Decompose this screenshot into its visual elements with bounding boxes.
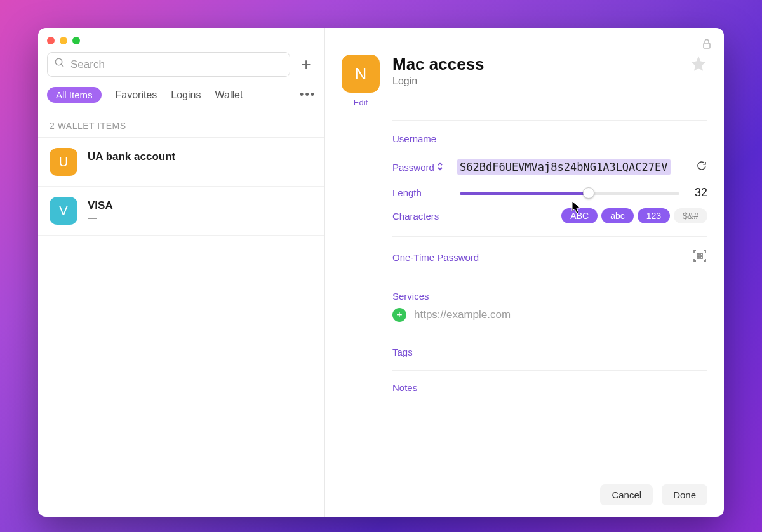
header-badge-col: N Edit <box>342 55 380 107</box>
length-label: Length <box>392 187 450 198</box>
svg-point-0 <box>55 58 62 65</box>
characters-label: Characters <box>392 211 450 222</box>
tab-logins[interactable]: Logins <box>171 90 201 101</box>
section-header: 2 WALLET ITEMS <box>38 112 324 138</box>
tab-favorites[interactable]: Favorites <box>116 90 157 101</box>
service-url-input[interactable]: https://example.com <box>414 309 511 321</box>
edit-icon-button[interactable]: Edit <box>354 98 368 107</box>
username-field[interactable]: Username <box>392 133 707 144</box>
detail-pane: N Edit Mac access Login Username Passwor… <box>325 28 724 517</box>
item-badge: U <box>50 148 77 176</box>
tags-section: Tags <box>392 335 707 357</box>
length-row: Length 32 <box>392 186 707 199</box>
item-icon[interactable]: N <box>342 55 380 93</box>
length-value: 32 <box>690 186 707 199</box>
favorite-button[interactable] <box>690 55 707 75</box>
services-label: Services <box>392 291 707 302</box>
chip-uppercase[interactable]: ABC <box>561 208 598 223</box>
svg-rect-3 <box>697 253 699 255</box>
item-title[interactable]: Mac access <box>392 55 485 74</box>
characters-row: Characters ABC abc 123 $&# <box>392 208 707 223</box>
item-text: UA bank account — <box>88 150 175 174</box>
chip-lowercase[interactable]: abc <box>601 208 634 223</box>
add-item-button[interactable]: + <box>297 55 316 74</box>
tab-all-items[interactable]: All Items <box>47 87 102 103</box>
regenerate-button[interactable] <box>696 160 707 174</box>
otp-row: One-Time Password <box>392 236 707 266</box>
maximize-window-button[interactable] <box>72 37 80 44</box>
updown-icon <box>437 162 443 173</box>
slider-thumb[interactable] <box>583 187 594 199</box>
length-slider[interactable] <box>460 187 679 199</box>
svg-rect-4 <box>700 253 702 255</box>
otp-label[interactable]: One-Time Password <box>392 252 479 263</box>
add-service-button[interactable]: + <box>392 308 406 322</box>
search-input[interactable]: Search <box>47 52 290 77</box>
password-label[interactable]: Password <box>392 162 450 173</box>
minimize-window-button[interactable] <box>60 37 67 44</box>
close-window-button[interactable] <box>47 37 55 44</box>
chip-symbols[interactable]: $&# <box>674 208 707 223</box>
qr-scan-button[interactable] <box>692 248 707 266</box>
footer: Cancel Done <box>342 475 707 505</box>
password-value[interactable]: S62BdF6UEVMVaj8s24bNG1A3LQAC27EV <box>457 159 671 175</box>
app-window: Search + All Items Favorites Logins Wall… <box>38 28 724 517</box>
item-text: VISA — <box>88 199 113 223</box>
search-icon <box>54 57 65 72</box>
lock-icon[interactable] <box>702 38 711 52</box>
svg-rect-2 <box>704 43 710 48</box>
chip-digits[interactable]: 123 <box>638 208 670 223</box>
detail-header: N Edit Mac access Login <box>342 55 707 107</box>
svg-rect-6 <box>700 256 702 258</box>
list-item[interactable]: V VISA — <box>38 187 324 236</box>
top-row: Search + <box>38 50 324 83</box>
svg-line-1 <box>61 64 64 67</box>
tab-wallet[interactable]: Wallet <box>215 90 243 101</box>
sidebar: Search + All Items Favorites Logins Wall… <box>38 28 325 517</box>
notes-label[interactable]: Notes <box>392 382 707 393</box>
add-service-row: + https://example.com <box>392 308 707 322</box>
item-category: Login <box>392 76 485 87</box>
character-chips: ABC abc 123 $&# <box>561 208 707 223</box>
more-tabs-button[interactable]: ••• <box>300 88 316 102</box>
cancel-button[interactable]: Cancel <box>600 484 653 505</box>
tags-label[interactable]: Tags <box>392 347 707 357</box>
item-title: UA bank account <box>88 150 175 163</box>
done-button[interactable]: Done <box>662 484 707 505</box>
category-tabs: All Items Favorites Logins Wallet ••• <box>38 83 324 112</box>
item-subtitle: — <box>88 163 175 174</box>
password-field: Password S62BdF6UEVMVaj8s24bNG1A3LQAC27E… <box>392 159 707 175</box>
window-controls <box>38 28 324 50</box>
services-section: Services + https://example.com <box>392 279 707 322</box>
list-item[interactable]: U UA bank account — <box>38 138 324 187</box>
header-title: Mac access Login <box>392 55 485 87</box>
item-badge: V <box>50 197 77 225</box>
notes-section: Notes <box>392 370 707 393</box>
svg-rect-5 <box>697 256 699 258</box>
search-placeholder: Search <box>70 58 105 71</box>
item-subtitle: — <box>88 212 113 223</box>
item-title: VISA <box>88 199 113 212</box>
fields: Username Password S62BdF6UEVMVaj8s24bNG1… <box>392 121 707 393</box>
